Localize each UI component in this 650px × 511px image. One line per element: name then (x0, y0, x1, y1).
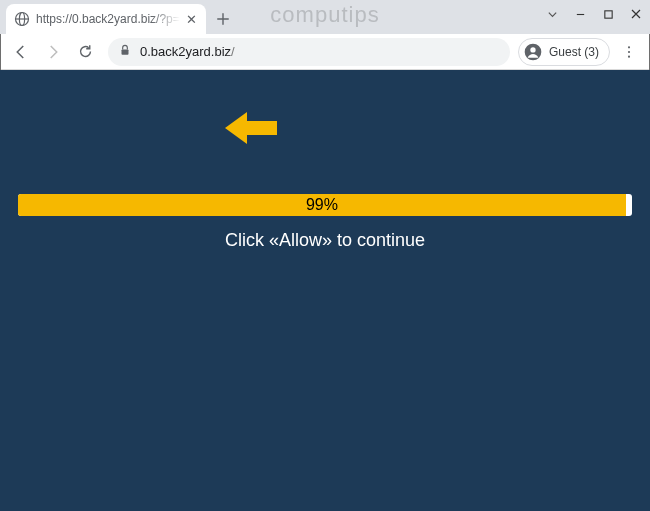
svg-point-10 (628, 55, 630, 57)
browser-tab[interactable]: https://0.back2yard.biz/?p=gu3g ✕ (6, 4, 206, 34)
svg-rect-4 (604, 10, 611, 17)
instruction-text: Click «Allow» to continue (0, 230, 650, 251)
browser-toolbar: 0.back2yard.biz/ Guest (3) (0, 34, 650, 70)
profile-label: Guest (3) (549, 45, 599, 59)
svg-rect-5 (122, 49, 129, 54)
minimize-button[interactable] (566, 0, 594, 28)
close-window-button[interactable] (622, 0, 650, 28)
reload-button[interactable] (70, 37, 100, 67)
svg-point-9 (628, 50, 630, 52)
person-icon (523, 42, 543, 62)
address-bar[interactable]: 0.back2yard.biz/ (108, 38, 510, 66)
titlebar: computips https://0.back2yard.biz/?p=gu3… (0, 0, 650, 34)
arrow-left-icon (225, 110, 277, 150)
chevron-down-icon[interactable] (538, 0, 566, 28)
page-viewport: 99% Click «Allow» to continue (0, 70, 650, 511)
svg-point-7 (530, 47, 535, 52)
svg-point-8 (628, 46, 630, 48)
close-tab-icon[interactable]: ✕ (184, 12, 198, 26)
window-controls (538, 0, 650, 28)
menu-button[interactable] (614, 37, 644, 67)
watermark-text: computips (270, 2, 379, 28)
back-button[interactable] (6, 37, 36, 67)
maximize-button[interactable] (594, 0, 622, 28)
forward-button[interactable] (38, 37, 68, 67)
url-path: / (231, 44, 235, 59)
new-tab-button[interactable] (210, 6, 236, 32)
progress-bar: 99% (18, 194, 632, 216)
profile-chip[interactable]: Guest (3) (518, 38, 610, 66)
tab-title: https://0.back2yard.biz/?p=gu3g (36, 12, 180, 26)
globe-icon (14, 11, 30, 27)
progress-text: 99% (306, 196, 338, 214)
lock-icon (118, 43, 132, 60)
progress-fill: 99% (18, 194, 626, 216)
url-host: 0.back2yard.biz (140, 44, 231, 59)
